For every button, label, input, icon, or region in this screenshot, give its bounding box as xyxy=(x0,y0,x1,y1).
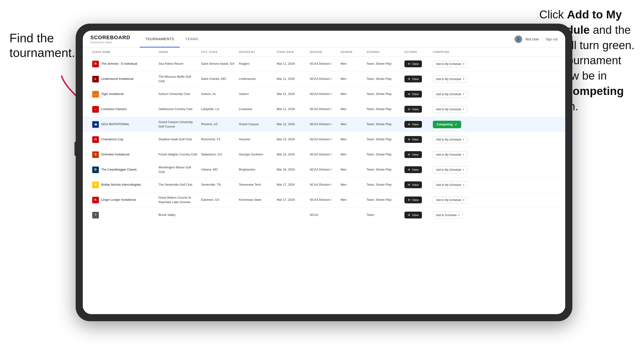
cell-actions: 👁 View xyxy=(402,103,431,115)
logo-area: SCOREBOARD Powered by clippd xyxy=(90,34,130,44)
team-logo: K xyxy=(92,197,99,203)
cell-start-date xyxy=(275,213,308,217)
view-button[interactable]: 👁 View xyxy=(404,106,422,113)
add-to-schedule-button[interactable]: Add to My Schedule + xyxy=(433,196,467,204)
cell-city: Statesboro, GA xyxy=(199,150,237,159)
cell-actions: 👁 View xyxy=(402,73,431,85)
cell-gender: Men xyxy=(339,90,365,99)
view-button[interactable]: 👁 View xyxy=(404,196,422,203)
col-city: CITY, STATE xyxy=(199,50,237,54)
add-label: Add to My Schedule xyxy=(436,198,461,202)
view-button[interactable]: 👁 View xyxy=(404,60,422,67)
add-to-schedule-button[interactable]: Add to Schedule + xyxy=(433,212,463,219)
eye-icon: 👁 xyxy=(408,108,410,111)
add-label: Add to My Schedule xyxy=(436,108,461,111)
plus-icon: + xyxy=(462,153,464,156)
view-button[interactable]: 👁 View xyxy=(404,136,422,143)
cell-start-date: Mar 13, 2024 xyxy=(275,135,308,144)
cell-city: Sevierville, TN xyxy=(199,180,237,189)
view-button[interactable]: 👁 View xyxy=(404,121,422,128)
cell-hosted: Grand Canyon xyxy=(237,120,275,129)
cell-start-date: Mar 17, 2024 xyxy=(275,180,308,189)
view-button[interactable]: 👁 View xyxy=(404,151,422,158)
table-row: ? Brook Valley NCAA Team, 👁 View Add to … xyxy=(83,208,565,223)
cell-start-date: Mar 11, 2024 xyxy=(275,74,308,83)
team-logo: B xyxy=(92,167,99,173)
table-row: 🐯 Tiger Invitational Auburn University C… xyxy=(83,87,565,102)
cell-scoring: Team, Stroke Play xyxy=(365,195,402,204)
cell-start-date: Mar 11, 2024 xyxy=(275,59,308,68)
cell-hosted: Auburn xyxy=(237,90,275,99)
cell-venue: Worthington Manor Golf Club xyxy=(156,163,199,176)
cell-division: NCAA Division I xyxy=(308,135,339,144)
cell-gender: Men xyxy=(339,165,365,174)
table-row: B The Carpetbagger Classic Worthington M… xyxy=(83,162,565,177)
cell-event-name: R The Johnnie - O Individual xyxy=(90,58,156,70)
nav-tab-tournaments[interactable]: TOURNAMENTS xyxy=(140,31,180,47)
team-logo: ⛰ xyxy=(92,121,99,128)
eye-icon: 👁 xyxy=(408,198,410,202)
plus-icon: + xyxy=(462,138,464,141)
app-logo: SCOREBOARD xyxy=(90,34,130,41)
event-name-text: Bobby Nichols Intercollegiate xyxy=(101,182,141,187)
plus-icon: + xyxy=(462,93,464,96)
cell-hosted: Houston xyxy=(237,135,275,144)
cell-gender: Men xyxy=(339,74,365,83)
add-label: Add to My Schedule xyxy=(436,77,461,81)
add-to-schedule-button[interactable]: Add to My Schedule + xyxy=(433,91,467,98)
eye-icon: 👁 xyxy=(408,62,410,66)
cell-division: NCAA Division I xyxy=(308,120,339,129)
col-competing: COMPETING xyxy=(431,50,478,54)
add-label: Add to My Schedule xyxy=(436,183,461,186)
event-name-text: Tiger Invitational xyxy=(101,92,124,96)
cell-event-name: ⛰ GCU INVITATIONAL xyxy=(90,119,156,130)
view-button[interactable]: 👁 View xyxy=(404,212,422,218)
col-start: START DATE xyxy=(275,50,308,54)
add-label: Add to Schedule xyxy=(436,213,457,217)
add-to-schedule-button[interactable]: Add to My Schedule + xyxy=(433,76,467,83)
view-button[interactable]: 👁 View xyxy=(404,181,422,188)
cell-event-name: B Bobby Nichols Intercollegiate xyxy=(90,179,156,190)
cell-gender: Men xyxy=(339,135,365,144)
sign-out-link[interactable]: Sign out xyxy=(546,37,558,41)
cell-city: Richmond, TX xyxy=(199,135,237,144)
view-button[interactable]: 👁 View xyxy=(404,166,422,173)
add-to-schedule-button[interactable]: Add to My Schedule + xyxy=(433,136,467,143)
cell-division: NCAA Division I xyxy=(308,105,339,114)
add-to-schedule-button[interactable]: Add to My Schedule + xyxy=(433,151,467,158)
main-nav: TOURNAMENTS TEAMS xyxy=(140,31,204,47)
cell-event-name: ? xyxy=(90,209,156,221)
cell-scoring: Team, Stroke Play xyxy=(365,135,402,144)
cell-venue: Oakbourne Country Club xyxy=(156,105,199,114)
nav-tab-teams[interactable]: TEAMS xyxy=(180,31,204,47)
add-to-schedule-button[interactable]: Add to My Schedule + xyxy=(433,106,467,113)
add-label: Add to My Schedule xyxy=(436,153,461,156)
cell-event-name: 🐯 Tiger Invitational xyxy=(90,89,156,100)
table-row: R The Johnnie - O Individual Sea Palms R… xyxy=(83,56,565,72)
cell-division: NCAA Division I xyxy=(308,150,339,159)
add-to-schedule-button[interactable]: Add to My Schedule + xyxy=(433,181,467,188)
cell-competing: Add to My Schedule + xyxy=(431,58,478,70)
table-row: H Champions Cup Shadow Hawk Golf Club Ri… xyxy=(83,132,565,147)
competing-button[interactable]: Competing ✓ xyxy=(433,121,461,128)
view-button[interactable]: 👁 View xyxy=(404,76,422,82)
cell-venue: Grand Canyon University Golf Course xyxy=(156,118,199,131)
cell-start-date: Mar 11, 2024 xyxy=(275,105,308,114)
cell-gender: Men xyxy=(339,59,365,68)
add-to-schedule-button[interactable]: Add to My Schedule + xyxy=(433,60,467,68)
cell-city: Lafayette, LA xyxy=(199,105,237,114)
plus-icon: + xyxy=(462,77,464,81)
cell-start-date: Mar 12, 2024 xyxy=(275,120,308,129)
event-name-text: Schenkel Invitational xyxy=(101,152,129,157)
cell-venue: Sea Palms Resort xyxy=(156,59,199,68)
eye-icon: 👁 xyxy=(408,123,410,126)
col-event-name: EVENT NAME xyxy=(90,50,156,54)
view-button[interactable]: 👁 View xyxy=(404,91,422,98)
cell-event-name: 🦞 Louisiana Classics xyxy=(90,104,156,115)
plus-icon: + xyxy=(458,213,460,217)
app-logo-sub: Powered by clippd xyxy=(90,41,130,44)
add-to-schedule-button[interactable]: Add to My Schedule + xyxy=(433,166,467,173)
table-body: R The Johnnie - O Individual Sea Palms R… xyxy=(83,56,565,314)
eye-icon: 👁 xyxy=(408,153,410,156)
eye-icon: 👁 xyxy=(408,168,410,172)
